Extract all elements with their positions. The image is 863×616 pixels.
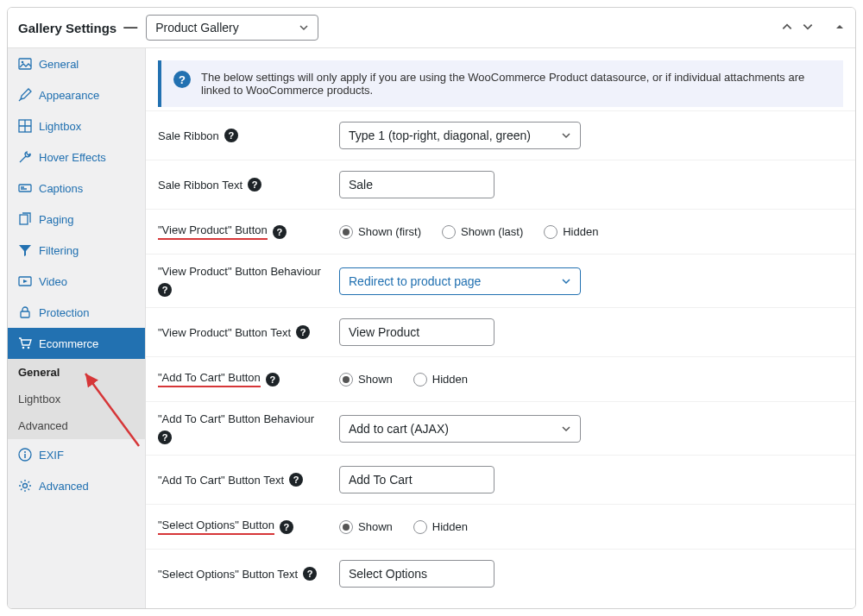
sidebar-item-exif[interactable]: EXIF xyxy=(8,439,145,470)
captions-icon xyxy=(18,181,32,195)
chevron-down-icon xyxy=(561,276,571,286)
svg-point-16 xyxy=(23,484,28,488)
svg-rect-5 xyxy=(19,185,31,192)
select-options-text-input[interactable]: Select Options xyxy=(339,560,494,588)
svg-rect-8 xyxy=(20,215,28,224)
panel-title: Gallery Settings xyxy=(18,21,117,35)
help-icon[interactable]: ? xyxy=(303,567,317,581)
sidebar-item-protection[interactable]: Protection xyxy=(8,297,145,328)
row-label: "View Product" Button Text ? xyxy=(158,325,339,339)
row-view-product-behaviour: "View Product" Button Behaviour ? Redire… xyxy=(146,254,855,307)
sidebar-item-hover-effects[interactable]: Hover Effects xyxy=(8,141,145,173)
radio-icon xyxy=(339,225,353,239)
radio-shown-last[interactable]: Shown (last) xyxy=(442,225,523,239)
sidebar-item-general[interactable]: General xyxy=(8,48,145,79)
radio-icon xyxy=(339,520,353,534)
radio-hidden[interactable]: Hidden xyxy=(413,373,468,387)
sidebar-item-label: Paging xyxy=(39,213,73,226)
help-icon[interactable]: ? xyxy=(296,325,310,339)
chevron-down-icon xyxy=(561,130,571,141)
sidebar-item-ecommerce[interactable]: Ecommerce xyxy=(8,328,145,359)
sidebar-item-captions[interactable]: Captions xyxy=(8,173,145,204)
svg-point-11 xyxy=(22,347,25,349)
gallery-select-value: Product Gallery xyxy=(155,21,238,35)
sidebar-item-appearance[interactable]: Appearance xyxy=(8,79,145,110)
view-product-radio-group: Shown (first) Shown (last) Hidden xyxy=(339,225,598,239)
help-icon[interactable]: ? xyxy=(273,225,287,239)
collapse-icon[interactable]: — xyxy=(123,20,137,35)
next-icon[interactable] xyxy=(802,21,814,35)
radio-icon xyxy=(442,225,456,239)
row-add-to-cart-text: "Add To Cart" Button Text ? Add To Cart xyxy=(146,455,855,504)
sidebar-sub-advanced[interactable]: Advanced xyxy=(8,412,145,439)
gallery-settings-panel: Gallery Settings — Product Gallery xyxy=(7,7,856,609)
view-product-text-input[interactable]: View Product xyxy=(339,318,494,346)
chevron-down-icon xyxy=(561,424,571,434)
gallery-select[interactable]: Product Gallery xyxy=(146,15,318,41)
prev-icon[interactable] xyxy=(781,21,793,35)
row-add-to-cart-button: "Add To Cart" Button ? Shown Hidden xyxy=(146,356,855,401)
sidebar-sub-general[interactable]: General xyxy=(8,359,145,386)
brush-icon xyxy=(18,88,32,102)
help-icon[interactable]: ? xyxy=(248,178,261,192)
chevron-down-icon xyxy=(299,22,309,33)
svg-point-14 xyxy=(24,451,26,453)
lock-icon xyxy=(18,305,32,319)
add-to-cart-behaviour-select[interactable]: Add to cart (AJAX) xyxy=(339,415,581,443)
header-controls xyxy=(781,21,845,35)
row-label: "View Product" Button Behaviour ? xyxy=(158,265,339,297)
sidebar-item-label: Lightbox xyxy=(39,120,81,133)
svg-point-12 xyxy=(28,347,30,349)
radio-icon xyxy=(413,373,427,387)
row-label: "Add To Cart" Button ? xyxy=(158,371,339,387)
radio-shown[interactable]: Shown xyxy=(339,373,393,387)
sidebar-item-video[interactable]: Video xyxy=(8,266,145,297)
sale-ribbon-text-input[interactable]: Sale xyxy=(339,171,494,198)
sidebar: General Appearance Lightbox Hover Effect… xyxy=(8,48,146,609)
row-sale-ribbon-text: Sale Ribbon Text ? Sale xyxy=(146,160,855,209)
row-sale-ribbon: Sale Ribbon ? Type 1 (top-right, diagona… xyxy=(146,110,855,160)
radio-hidden[interactable]: Hidden xyxy=(544,225,598,239)
help-icon[interactable]: ? xyxy=(289,473,303,487)
wrench-icon xyxy=(18,150,32,164)
sidebar-item-paging[interactable]: Paging xyxy=(8,204,145,235)
sidebar-item-advanced[interactable]: Advanced xyxy=(8,470,145,501)
filter-icon xyxy=(18,243,32,257)
sidebar-item-label: Appearance xyxy=(39,89,99,102)
help-icon[interactable]: ? xyxy=(224,129,238,142)
grid-icon xyxy=(18,119,32,133)
radio-shown-first[interactable]: Shown (first) xyxy=(339,225,421,239)
help-icon[interactable]: ? xyxy=(266,373,280,387)
row-label: Sale Ribbon ? xyxy=(158,129,339,142)
select-options-radio-group: Shown Hidden xyxy=(339,520,468,534)
help-icon[interactable]: ? xyxy=(158,431,172,444)
sidebar-sub-lightbox[interactable]: Lightbox xyxy=(8,386,145,412)
row-label: Sale Ribbon Text ? xyxy=(158,178,339,192)
sidebar-item-filtering[interactable]: Filtering xyxy=(8,235,145,266)
question-icon: ? xyxy=(173,71,191,88)
help-icon[interactable]: ? xyxy=(280,520,293,534)
radio-shown[interactable]: Shown xyxy=(339,520,393,534)
row-select-options-text: "Select Options" Button Text ? Select Op… xyxy=(146,549,855,598)
panel-header: Gallery Settings — Product Gallery xyxy=(8,8,855,48)
row-label: "Select Options" Button Text ? xyxy=(158,567,339,581)
info-notice: ? The below settings will only apply if … xyxy=(158,60,843,107)
add-to-cart-text-input[interactable]: Add To Cart xyxy=(339,466,494,493)
help-icon[interactable]: ? xyxy=(158,283,172,297)
row-add-to-cart-behaviour: "Add To Cart" Button Behaviour ? Add to … xyxy=(146,401,855,455)
radio-hidden[interactable]: Hidden xyxy=(413,520,468,534)
sidebar-item-label: Protection xyxy=(39,306,90,319)
row-label: "Select Options" Button ? xyxy=(158,519,339,535)
sidebar-item-lightbox[interactable]: Lightbox xyxy=(8,110,145,141)
sidebar-item-label: Filtering xyxy=(39,244,79,257)
pages-icon xyxy=(18,212,32,226)
sidebar-item-label: Hover Effects xyxy=(39,151,106,164)
collapse-panel-icon[interactable] xyxy=(835,21,845,35)
row-select-options-button: "Select Options" Button ? Shown Hidden xyxy=(146,504,855,549)
sale-ribbon-select[interactable]: Type 1 (top-right, diagonal, green) xyxy=(339,122,581,149)
sidebar-item-label: EXIF xyxy=(39,449,64,462)
sidebar-item-label: General xyxy=(39,58,79,71)
settings-content: ? The below settings will only apply if … xyxy=(146,48,855,609)
view-product-behaviour-select[interactable]: Redirect to product page xyxy=(339,267,581,295)
add-to-cart-radio-group: Shown Hidden xyxy=(339,373,468,387)
